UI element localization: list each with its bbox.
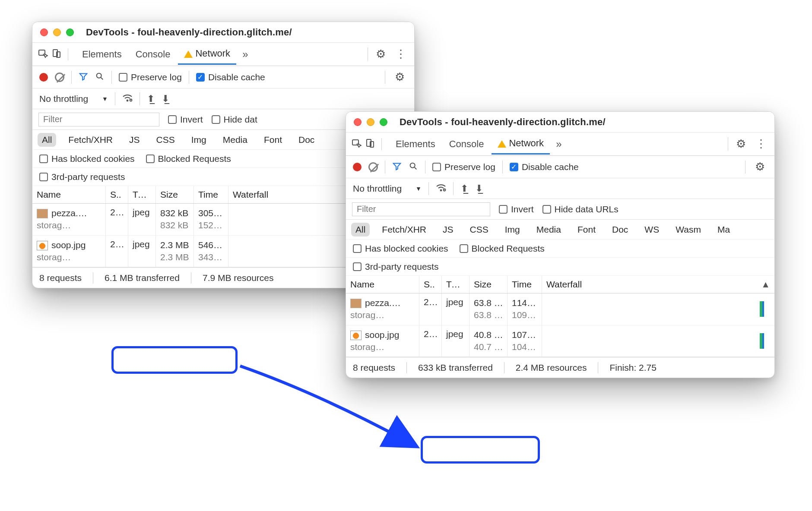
preserve-log-checkbox[interactable]: Preserve log xyxy=(432,162,495,172)
blocked-requests-checkbox[interactable]: Blocked Requests xyxy=(146,154,231,164)
col-status[interactable]: S.. xyxy=(419,276,442,293)
throttling-select[interactable]: No throttling ▼ xyxy=(353,183,422,194)
filter-input[interactable] xyxy=(352,202,490,216)
table-header: Name S.. Type Size Time Waterfall▲ xyxy=(346,276,774,293)
clear-icon[interactable] xyxy=(55,73,64,82)
hide-data-urls-checkbox[interactable]: Hide data URLs xyxy=(542,204,619,214)
device-toggle-icon[interactable] xyxy=(365,138,375,150)
tab-elements[interactable]: Elements xyxy=(76,44,128,64)
col-time[interactable]: Time xyxy=(194,186,228,203)
col-type[interactable]: Type xyxy=(128,186,156,203)
tab-console[interactable]: Console xyxy=(443,134,490,154)
select-element-icon[interactable] xyxy=(351,138,362,150)
record-icon[interactable] xyxy=(353,163,362,171)
search-icon[interactable] xyxy=(95,72,105,83)
filter-media[interactable]: Media xyxy=(532,223,565,237)
highlight-after xyxy=(421,436,540,464)
filter-css[interactable]: CSS xyxy=(466,223,493,237)
extra-filters-row-1: Has blocked cookies Blocked Requests xyxy=(346,240,774,258)
status-requests: 8 requests xyxy=(353,363,395,373)
preserve-log-checkbox[interactable]: Preserve log xyxy=(119,72,182,82)
tab-network[interactable]: Network xyxy=(178,44,236,65)
col-status[interactable]: S.. xyxy=(106,186,128,203)
maximize-icon[interactable] xyxy=(380,118,387,126)
invert-checkbox[interactable]: Invert xyxy=(499,204,534,214)
filter-ws[interactable]: WS xyxy=(640,223,663,237)
minimize-icon[interactable] xyxy=(367,118,374,126)
network-conditions-icon[interactable] xyxy=(436,183,446,195)
search-icon[interactable] xyxy=(409,161,418,173)
third-party-checkbox[interactable]: 3rd-party requests xyxy=(353,262,438,272)
close-icon[interactable] xyxy=(354,118,362,126)
filter-all[interactable]: All xyxy=(351,223,370,237)
filter-wasm[interactable]: Wasm xyxy=(671,223,705,237)
devtools-window-after: DevTools - foul-heavenly-direction.glitc… xyxy=(346,111,775,378)
filter-font[interactable]: Font xyxy=(260,133,286,147)
network-conditions-icon[interactable] xyxy=(122,93,133,105)
upload-har-icon[interactable]: ⬆̲ xyxy=(147,93,155,104)
record-icon[interactable] xyxy=(39,73,48,82)
filter-media[interactable]: Media xyxy=(219,133,252,147)
tab-console[interactable]: Console xyxy=(130,44,177,64)
upload-har-icon[interactable]: ⬆̲ xyxy=(460,183,468,194)
filter-css[interactable]: CSS xyxy=(152,133,179,147)
filter-manifest[interactable]: Ma xyxy=(713,223,734,237)
table-row[interactable]: soop.jpgstorag… 2… jpeg 40.8 …40.7 … 107… xyxy=(346,325,774,357)
warning-icon xyxy=(498,140,506,148)
filter-fetch[interactable]: Fetch/XHR xyxy=(64,133,117,147)
filter-font[interactable]: Font xyxy=(573,223,600,237)
select-element-icon[interactable] xyxy=(38,48,48,60)
table-row[interactable]: pezza.…storag… 2… jpeg 63.8 …63.8 … 114…… xyxy=(346,293,774,325)
col-name[interactable]: Name xyxy=(346,276,419,293)
device-toggle-icon[interactable] xyxy=(51,48,62,60)
filter-input[interactable] xyxy=(38,113,159,126)
maximize-icon[interactable] xyxy=(66,28,74,36)
svg-point-3 xyxy=(97,73,102,78)
download-har-icon[interactable]: ⬇̲ xyxy=(475,183,483,194)
filter-doc[interactable]: Doc xyxy=(294,133,319,147)
hide-data-urls-checkbox[interactable]: Hide dat xyxy=(212,114,257,125)
col-name[interactable]: Name xyxy=(32,186,106,203)
settings-icon[interactable]: ⚙ xyxy=(373,47,388,61)
col-time[interactable]: Time xyxy=(508,276,542,293)
settings-icon[interactable]: ⚙ xyxy=(733,137,749,151)
tab-elements[interactable]: Elements xyxy=(390,134,441,154)
filter-doc[interactable]: Doc xyxy=(608,223,632,237)
network-settings-icon[interactable]: ⚙ xyxy=(752,160,768,173)
filter-icon[interactable] xyxy=(79,72,88,83)
filter-icon[interactable] xyxy=(392,161,402,173)
filter-js[interactable]: JS xyxy=(438,223,458,237)
download-har-icon[interactable]: ⬇̲ xyxy=(162,93,169,104)
third-party-checkbox[interactable]: 3rd-party requests xyxy=(39,172,125,182)
disable-cache-checkbox[interactable]: ✓Disable cache xyxy=(196,72,265,82)
menu-icon[interactable]: ⋮ xyxy=(753,137,769,151)
tab-network[interactable]: Network xyxy=(492,133,550,155)
invert-checkbox[interactable]: Invert xyxy=(168,114,203,125)
blocked-cookies-checkbox[interactable]: Has blocked cookies xyxy=(39,154,135,164)
blocked-requests-checkbox[interactable]: Blocked Requests xyxy=(460,243,545,254)
more-tabs-icon[interactable]: » xyxy=(238,46,252,63)
close-icon[interactable] xyxy=(40,28,48,36)
filter-img[interactable]: Img xyxy=(501,223,524,237)
col-size[interactable]: Size xyxy=(469,276,508,293)
network-toolbar: Preserve log ✓Disable cache ⚙ xyxy=(32,66,414,88)
clear-icon[interactable] xyxy=(368,162,378,172)
filter-all[interactable]: All xyxy=(38,133,56,147)
col-type[interactable]: Type xyxy=(442,276,469,293)
menu-icon[interactable]: ⋮ xyxy=(393,47,409,61)
more-tabs-icon[interactable]: » xyxy=(552,136,566,153)
thumbnail-icon xyxy=(37,209,48,218)
filter-fetch[interactable]: Fetch/XHR xyxy=(377,223,431,237)
filter-img[interactable]: Img xyxy=(187,133,211,147)
disable-cache-checkbox[interactable]: ✓Disable cache xyxy=(510,162,579,172)
minimize-icon[interactable] xyxy=(53,28,61,36)
blocked-cookies-checkbox[interactable]: Has blocked cookies xyxy=(353,243,448,254)
network-settings-icon[interactable]: ⚙ xyxy=(392,70,407,84)
col-size[interactable]: Size xyxy=(156,186,194,203)
window-title: DevTools - foul-heavenly-direction.glitc… xyxy=(400,117,606,128)
filter-js[interactable]: JS xyxy=(125,133,144,147)
throttling-select[interactable]: No throttling ▼ xyxy=(39,94,108,104)
status-finish: Finish: 2.75 xyxy=(609,363,657,373)
filter-row: Invert Hide data URLs xyxy=(346,199,774,220)
col-waterfall[interactable]: Waterfall▲ xyxy=(542,276,774,293)
